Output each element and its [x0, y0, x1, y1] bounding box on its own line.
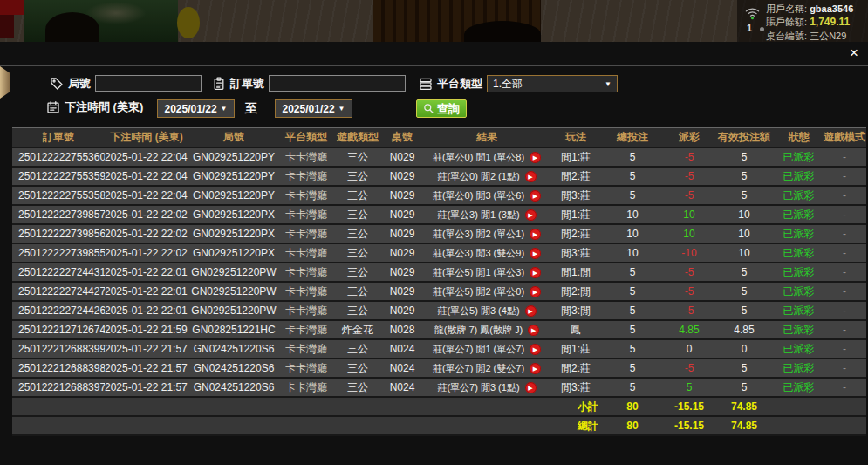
subtotal-payout: -15.15 — [665, 400, 714, 413]
search-button[interactable]: 查詢 — [416, 99, 467, 118]
payout-cell: -5 — [665, 151, 714, 163]
bet-time-cell: 2025-01-22 22:02:38 — [105, 228, 188, 240]
bet-time-cell: 2025-01-22 21:57:11 — [105, 343, 188, 355]
column-header-valid-bet: 有效投注額 — [714, 130, 775, 145]
play-glyph: ▶ — [528, 209, 532, 221]
result-text: 莊(單公5) 閒2 (單公0) — [433, 285, 524, 298]
game-type-cell: 炸金花 — [333, 323, 382, 338]
round-number-cell: GN029251220PY — [188, 189, 279, 202]
game-type-cell: 三公 — [333, 265, 382, 280]
play-method-cell: 閒3:閒 — [551, 304, 600, 318]
round-number-cell: GN024251220S6 — [188, 362, 279, 374]
game-mode-cell: - — [823, 324, 866, 336]
replay-icon[interactable]: ▶ — [530, 152, 541, 163]
play-glyph: ▶ — [531, 325, 536, 336]
result-cell: 莊(單公5) 閒3 (4點)▶ — [422, 304, 551, 318]
play-glyph: ▶ — [533, 267, 537, 278]
grand-total-valid-bet: 74.85 — [714, 420, 775, 432]
platform-type-label: 平台類型 — [437, 76, 482, 92]
order-number-input[interactable] — [269, 75, 406, 92]
column-header-payout: 派彩 — [665, 130, 714, 145]
replay-icon[interactable]: ▶ — [530, 229, 541, 240]
platform-cell: 卡卡灣廳 — [279, 227, 333, 242]
close-icon[interactable]: × — [846, 45, 862, 61]
round-number-input[interactable] — [95, 75, 202, 92]
replay-icon[interactable]: ▶ — [525, 209, 537, 221]
platform-type-select[interactable]: 1.全部 ▼ — [487, 75, 618, 92]
table-number-cell: N029 — [382, 247, 422, 259]
table-number-cell: N028 — [382, 324, 422, 336]
valid-bet-cell: 5 — [714, 362, 775, 374]
bet-time-label: 下注時間 (美東) — [65, 99, 143, 115]
payout-cell: -5 — [665, 304, 714, 317]
replay-icon[interactable]: ▶ — [530, 363, 541, 374]
replay-icon[interactable]: ▶ — [525, 171, 537, 182]
play-method-cell: 閒2:莊 — [551, 227, 600, 242]
platform-cell: 卡卡灣廳 — [279, 284, 333, 299]
game-mode-cell: - — [823, 151, 866, 163]
play-glyph: ▶ — [533, 229, 537, 240]
bet-time-cell: 2025-01-22 22:02:38 — [105, 209, 188, 221]
replay-icon[interactable]: ▶ — [530, 286, 541, 297]
order-number-cell: 250122212712674 — [12, 324, 105, 336]
status-cell: 已派彩 — [775, 188, 823, 203]
replay-icon[interactable]: ▶ — [530, 344, 541, 355]
order-number-cell: 250122212688399 — [12, 343, 105, 355]
play-glyph: ▶ — [533, 286, 537, 297]
replay-icon[interactable]: ▶ — [530, 267, 541, 278]
platform-cell: 卡卡灣廳 — [279, 246, 333, 261]
date-to-select[interactable]: 2025/01/22 ▼ — [275, 99, 352, 118]
play-method-cell: 閒3:莊 — [551, 380, 600, 395]
round-number-cell: GN028251221HC — [188, 324, 279, 336]
table-row: 2501222227244312025-01-22 22:01:02GN0292… — [12, 263, 866, 283]
replay-icon[interactable]: ▶ — [528, 325, 539, 336]
table-number-cell: N024 — [382, 362, 422, 374]
platform-cell: 卡卡灣廳 — [279, 304, 333, 318]
replay-icon[interactable]: ▶ — [525, 382, 537, 393]
tag-icon — [50, 77, 64, 91]
game-mode-cell: - — [823, 266, 866, 278]
status-cell: 已派彩 — [775, 246, 823, 261]
platform-cell: 卡卡灣廳 — [279, 323, 333, 338]
status-cell: 已派彩 — [775, 227, 823, 242]
platform-cell: 卡卡灣廳 — [279, 265, 333, 280]
replay-icon[interactable]: ▶ — [530, 248, 541, 259]
balance-value: 1,749.11 — [810, 16, 850, 28]
valid-bet-cell: 10 — [714, 247, 775, 259]
replay-icon[interactable]: ▶ — [530, 190, 541, 202]
total-bet-cell: 5 — [600, 324, 665, 336]
game-mode-cell: - — [823, 381, 866, 393]
round-number-cell: GN029251220PW — [188, 266, 279, 278]
payout-cell: 4.85 — [665, 324, 714, 336]
grand-total-payout: -15.15 — [665, 420, 714, 432]
platform-cell: 卡卡灣廳 — [279, 361, 333, 376]
column-header-platform: 平台類型 — [279, 130, 333, 145]
result-text: 莊(單公0) 閒3 (單公6) — [433, 189, 524, 202]
panel-notch[interactable] — [0, 66, 10, 99]
table-row: 2501222227398572025-01-22 22:02:38GN0292… — [12, 206, 866, 225]
play-method-cell: 閒2:莊 — [551, 169, 600, 184]
total-bet-cell: 5 — [600, 151, 665, 163]
status-cell: 已派彩 — [775, 150, 823, 165]
seat-number: 1 — [747, 23, 752, 33]
total-bet-cell: 5 — [600, 266, 665, 278]
result-text: 莊(單公3) 閒3 (雙公9) — [433, 247, 524, 260]
subtotal-label: 小計 — [551, 400, 600, 414]
game-mode-cell: - — [823, 209, 866, 221]
game-type-cell: 三公 — [333, 169, 382, 184]
date-from-select[interactable]: 2025/01/22 ▼ — [157, 99, 235, 118]
magnifier-icon — [423, 103, 434, 114]
total-bet-cell: 10 — [600, 209, 665, 221]
column-header-round-number: 局號 — [188, 130, 279, 145]
total-bet-cell: 5 — [600, 362, 665, 374]
round-number-cell: GN029251220PY — [188, 151, 279, 163]
replay-icon[interactable]: ▶ — [525, 305, 537, 317]
play-method-cell: 閒3:莊 — [551, 246, 600, 261]
play-glyph: ▶ — [528, 171, 532, 182]
play-method-cell: 閒2:閒 — [551, 284, 600, 299]
play-method-cell: 閒1:莊 — [551, 208, 600, 222]
result-cell: 莊(單公3) 閒2 (單公1)▶ — [422, 228, 551, 241]
table-row: 2501222227553592025-01-22 22:04:09GN0292… — [12, 168, 866, 187]
payout-cell: 10 — [665, 228, 714, 240]
clipboard-icon — [212, 77, 226, 91]
